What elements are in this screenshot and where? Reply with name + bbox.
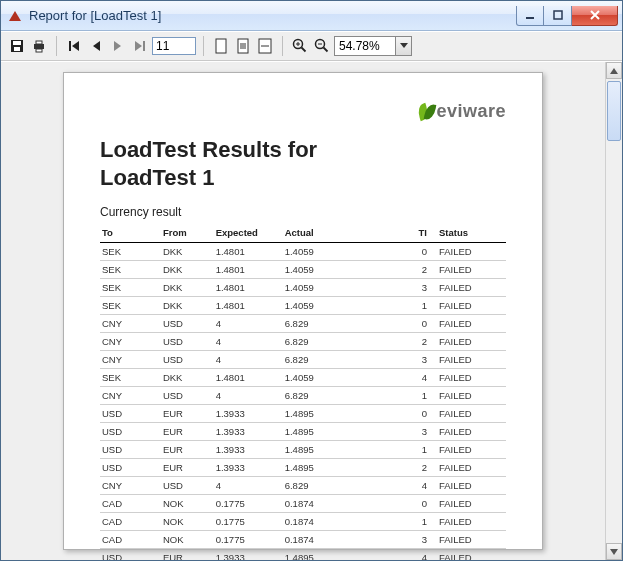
cell-expected: 1.3933 [214,405,283,423]
cell-ti: 3 [404,531,436,549]
fit-page-icon[interactable] [233,36,253,56]
col-status: Status [437,225,506,243]
scroll-thumb[interactable] [607,81,621,141]
table-row: CNYUSD46.8294FAILED [100,477,506,495]
cell-from: NOK [161,513,214,531]
table-header-row: To From Expected Actual TI Status [100,225,506,243]
cell-status: FAILED [437,423,506,441]
next-page-icon[interactable] [108,36,128,56]
table-row: CADNOK0.17750.18741FAILED [100,513,506,531]
cell-from: USD [161,351,214,369]
cell-to: CNY [100,351,161,369]
results-table: To From Expected Actual TI Status SEKDKK… [100,225,506,560]
scroll-track[interactable] [606,79,622,543]
cell-expected: 4 [214,351,283,369]
print-icon[interactable] [29,36,49,56]
cell-from: USD [161,477,214,495]
cell-ti: 0 [404,243,436,261]
cell-ti: 2 [404,459,436,477]
actual-size-icon[interactable] [211,36,231,56]
toolbar-separator [56,36,57,56]
cell-to: CAD [100,531,161,549]
prev-page-icon[interactable] [86,36,106,56]
table-row: SEKDKK1.48011.40593FAILED [100,279,506,297]
cell-status: FAILED [437,549,506,561]
cell-from: DKK [161,279,214,297]
svg-marker-22 [610,549,618,555]
table-row: CNYUSD46.8291FAILED [100,387,506,405]
first-page-icon[interactable] [64,36,84,56]
titlebar: Report for [LoadTest 1] [1,1,622,31]
cell-actual: 6.829 [283,333,405,351]
svg-marker-13 [135,41,142,51]
toolbar: 54.78% [1,31,622,61]
svg-rect-9 [69,41,71,51]
zoom-out-icon[interactable] [312,36,332,56]
svg-rect-6 [34,44,44,49]
zoom-combo[interactable]: 54.78% [334,36,412,56]
table-row: SEKDKK1.48011.40592FAILED [100,261,506,279]
cell-to: SEK [100,297,161,315]
svg-rect-1 [526,17,534,19]
cell-to: CAD [100,513,161,531]
minimize-button[interactable] [516,6,544,26]
cell-actual: 0.1874 [283,513,405,531]
cell-actual: 6.829 [283,477,405,495]
svg-marker-11 [93,41,100,51]
page-number-input[interactable] [152,37,196,55]
chevron-down-icon[interactable] [395,37,411,55]
svg-marker-12 [114,41,121,51]
cell-to: SEK [100,243,161,261]
svg-rect-14 [143,41,145,51]
table-row: SEKDKK1.48011.40594FAILED [100,369,506,387]
svg-rect-7 [36,41,42,44]
cell-status: FAILED [437,387,506,405]
cell-expected: 1.4801 [214,369,283,387]
cell-expected: 1.3933 [214,441,283,459]
cell-expected: 1.3933 [214,459,283,477]
cell-from: EUR [161,441,214,459]
svg-marker-0 [9,11,21,21]
cell-ti: 0 [404,405,436,423]
cell-expected: 4 [214,315,283,333]
window-controls [516,6,618,26]
scroll-up-icon[interactable] [606,62,622,79]
col-ti: TI [404,225,436,243]
cell-ti: 3 [404,279,436,297]
cell-status: FAILED [437,477,506,495]
zoom-value: 54.78% [335,39,395,53]
cell-expected: 1.3933 [214,423,283,441]
table-row: SEKDKK1.48011.40590FAILED [100,243,506,261]
fit-width-icon[interactable] [255,36,275,56]
svg-marker-10 [72,41,79,51]
table-row: USDEUR1.39331.48950FAILED [100,405,506,423]
report-scroll-area[interactable]: eviware LoadTest Results for LoadTest 1 … [1,62,605,560]
vertical-scrollbar[interactable] [605,62,622,560]
cell-to: CNY [100,477,161,495]
cell-ti: 3 [404,351,436,369]
cell-to: SEK [100,279,161,297]
svg-rect-15 [216,39,226,53]
table-row: CADNOK0.17750.18743FAILED [100,531,506,549]
maximize-button[interactable] [544,6,572,26]
cell-actual: 6.829 [283,315,405,333]
cell-status: FAILED [437,441,506,459]
cell-to: USD [100,423,161,441]
cell-ti: 4 [404,549,436,561]
scroll-down-icon[interactable] [606,543,622,560]
cell-expected: 1.4801 [214,243,283,261]
zoom-in-icon[interactable] [290,36,310,56]
close-button[interactable] [572,6,618,26]
cell-from: NOK [161,531,214,549]
save-icon[interactable] [7,36,27,56]
cell-status: FAILED [437,369,506,387]
cell-actual: 1.4059 [283,297,405,315]
last-page-icon[interactable] [130,36,150,56]
cell-status: FAILED [437,531,506,549]
brand-name: eviware [436,101,506,122]
cell-from: DKK [161,261,214,279]
cell-to: CNY [100,387,161,405]
cell-from: DKK [161,297,214,315]
cell-status: FAILED [437,261,506,279]
cell-to: SEK [100,369,161,387]
